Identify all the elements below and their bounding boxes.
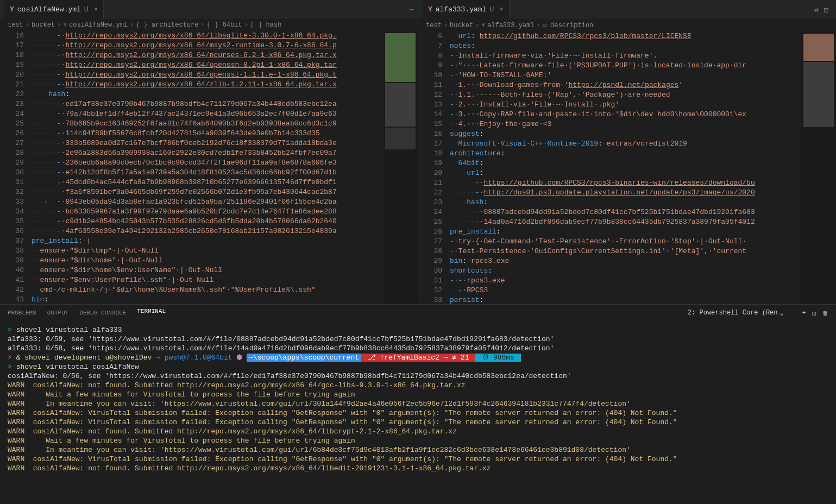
panel-tabs: PROBLEMS OUTPUT DEBUG CONSOLE TERMINAL 2… (0, 305, 836, 321)
tab-label: cosiAlfaNew.yml (17, 5, 81, 14)
right-minimap[interactable] (801, 32, 836, 304)
editor-split: Y cosiAlfaNew.yml U × ⋯ test› bucket› Yc… (0, 0, 836, 304)
chevron-down-icon: ⌄ (780, 309, 784, 317)
left-editor-pane: Y cosiAlfaNew.yml U × ⋯ test› bucket› Yc… (0, 0, 418, 304)
close-icon[interactable]: × (499, 5, 504, 14)
tab-cosialfa[interactable]: Y cosiAlfaNew.yml U × (4, 0, 104, 19)
bottom-panel: PROBLEMS OUTPUT DEBUG CONSOLE TERMINAL 2… (0, 304, 836, 504)
tab-output[interactable]: OUTPUT (47, 310, 69, 316)
new-terminal-icon[interactable]: + (802, 310, 806, 317)
left-breadcrumb[interactable]: test› bucket› YcosiAlfaNew.yml› { } arch… (0, 19, 418, 31)
right-editor-pane: Y alfa333.yaml U × ⇄ ◫ test› bucket› Yal… (418, 0, 836, 304)
left-minimap[interactable] (383, 31, 418, 304)
left-tabbar: Y cosiAlfaNew.yml U × ⋯ (0, 0, 418, 19)
tab-problems[interactable]: PROBLEMS (8, 310, 36, 316)
yaml-icon: Y (428, 5, 432, 14)
right-breadcrumb[interactable]: test› bucket› Yalfa333.yaml› ▭ descripti… (418, 19, 836, 32)
tab-debug-console[interactable]: DEBUG CONSOLE (79, 310, 126, 316)
tab-terminal[interactable]: TERMINAL (137, 308, 166, 318)
kill-terminal-icon[interactable]: 🗑 (822, 310, 828, 317)
terminal-content[interactable]: > shovel virustotal alfa333alfa333: 0/59… (0, 321, 836, 504)
tab-modified-badge: U (84, 5, 89, 14)
right-editor[interactable]: 6789101112131415161718192021222324252627… (418, 32, 836, 304)
more-icon[interactable]: ⋯ (409, 5, 413, 14)
left-editor[interactable]: 1617181920212223242526272829303132333435… (0, 31, 418, 304)
right-tabbar: Y alfa333.yaml U × ⇄ ◫ (418, 0, 836, 19)
split-terminal-icon[interactable]: ◫ (812, 310, 816, 317)
tab-modified-badge: U (489, 5, 494, 14)
tab-label: alfa333.yaml (436, 5, 487, 14)
compare-icon[interactable]: ⇄ (814, 5, 819, 14)
terminal-selector[interactable]: 2: Powershell Core (Ren ⌄ (688, 309, 784, 317)
close-icon[interactable]: × (94, 5, 98, 14)
split-icon[interactable]: ◫ (824, 5, 828, 14)
yaml-icon: Y (10, 5, 14, 14)
tab-alfa333[interactable]: Y alfa333.yaml U × (423, 0, 510, 19)
